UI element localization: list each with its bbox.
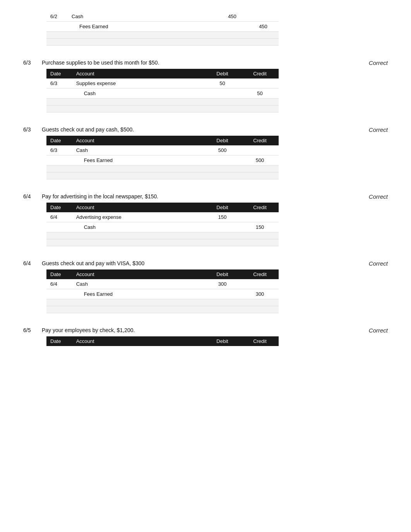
cell-date: 6/3 [46,78,72,89]
cell-debit: 450 [217,12,248,22]
table-row: Cash 50 [46,89,279,99]
journal-table: Date Account Debit Credit 6/3 Supplies e… [46,69,279,113]
header-debit: Debit [204,203,241,212]
cell-account: Cash [72,222,204,232]
cell-debit [204,289,241,299]
journal-table: Date Account Debit Credit 6/4 Advertisin… [46,203,279,246]
top-journal-table: 6/2 Cash 450 Fees Earned 450 [46,12,279,46]
cell-account: Fees Earned [72,289,204,299]
entry-date: 6/4 [23,260,37,266]
correct-badge: Correct [369,327,388,334]
cell-debit [217,22,248,32]
header-date: Date [46,203,72,212]
cell-date [46,89,72,99]
cell-date: 6/3 [46,145,72,155]
table-header-row: Date Account Debit Credit [46,269,279,279]
cell-credit [241,212,279,222]
header-debit: Debit [204,336,241,346]
cell-credit: 50 [241,89,279,99]
entry-header: 6/4 Guests check out and pay with VISA, … [23,260,388,266]
cell-debit: 50 [204,78,241,89]
header-account: Account [72,136,204,145]
header-account: Account [72,336,204,346]
header-credit: Credit [241,269,279,279]
cell-account: Supplies expense [72,78,204,89]
table-header-row: Date Account Debit Credit [46,203,279,212]
cell-debit [204,155,241,165]
cell-credit [241,78,279,89]
cell-credit [241,145,279,155]
cell-debit: 300 [204,279,241,289]
cell-debit [204,89,241,99]
cell-credit [248,12,279,22]
entry-description: Purchase supplies to be used this month … [42,60,159,66]
header-debit: Debit [204,69,241,78]
empty-row [46,99,279,106]
cell-debit [204,222,241,232]
header-credit: Credit [241,336,279,346]
empty-row [46,172,279,179]
cell-account: Fees Earned [68,22,217,32]
entry-section-6-4-visa: 6/4 Guests check out and pay with VISA, … [23,260,388,313]
empty-row [46,165,279,172]
cell-credit: 500 [241,155,279,165]
entry-header: 6/4 Pay for advertising in the local new… [23,193,388,200]
cell-account: Advertising expense [72,212,204,222]
table-row: Cash 150 [46,222,279,232]
cell-account: Cash [68,12,217,22]
entry-section-6-5-employees: 6/5 Pay your employees by check, $1,200.… [23,327,388,346]
cell-date [46,289,72,299]
correct-badge: Correct [369,193,388,200]
table-row: 6/4 Cash 300 [46,279,279,289]
journal-table: Date Account Debit Credit 6/3 Cash 500 F… [46,136,279,179]
correct-badge: Correct [369,126,388,133]
cell-credit: 150 [241,222,279,232]
cell-account: Cash [72,145,204,155]
header-date: Date [46,269,72,279]
table-row: 6/3 Supplies expense 50 [46,78,279,89]
entry-date: 6/3 [23,60,37,66]
header-date: Date [46,136,72,145]
cell-date [46,155,72,165]
table-row: Fees Earned 300 [46,289,279,299]
correct-badge: Correct [369,260,388,267]
cell-account: Cash [72,279,204,289]
correct-badge: Correct [369,60,388,66]
entry-description: Guests check out and pay with VISA, $300 [42,260,144,266]
header-date: Date [46,69,72,78]
table-row: 6/4 Advertising expense 150 [46,212,279,222]
journal-table: Date Account Debit Credit 6/4 Cash 300 F… [46,269,279,313]
header-credit: Credit [241,136,279,145]
entry-section-6-3-supplies: 6/3 Purchase supplies to be used this mo… [23,60,388,113]
header-debit: Debit [204,136,241,145]
header-account: Account [72,203,204,212]
table-header-row: Date Account Debit Credit [46,136,279,145]
cell-debit: 500 [204,145,241,155]
empty-row [46,106,279,113]
entry-description: Guests check out and pay cash, $500. [42,126,134,133]
table-row: 6/2 Cash 450 [46,12,279,22]
table-row: Fees Earned 500 [46,155,279,165]
empty-row [46,239,279,246]
entry-date: 6/4 [23,193,37,200]
empty-row [46,306,279,313]
entry-description: Pay your employees by check, $1,200. [42,327,135,333]
header-account: Account [72,269,204,279]
empty-row [46,232,279,239]
entry-header: 6/5 Pay your employees by check, $1,200. [23,327,388,333]
cell-credit: 450 [248,22,279,32]
cell-credit: 300 [241,289,279,299]
entry-date: 6/3 [23,126,37,133]
cell-date: 6/4 [46,279,72,289]
top-entry-section: 6/2 Cash 450 Fees Earned 450 [23,12,388,46]
entry-section-6-3-guests: 6/3 Guests check out and pay cash, $500.… [23,126,388,179]
cell-date [46,22,68,32]
empty-row [46,39,279,46]
header-credit: Credit [241,203,279,212]
cell-date [46,222,72,232]
journal-table: Date Account Debit Credit [46,336,279,346]
header-credit: Credit [241,69,279,78]
cell-credit [241,279,279,289]
table-header-row: Date Account Debit Credit [46,69,279,78]
table-header-row: Date Account Debit Credit [46,336,279,346]
